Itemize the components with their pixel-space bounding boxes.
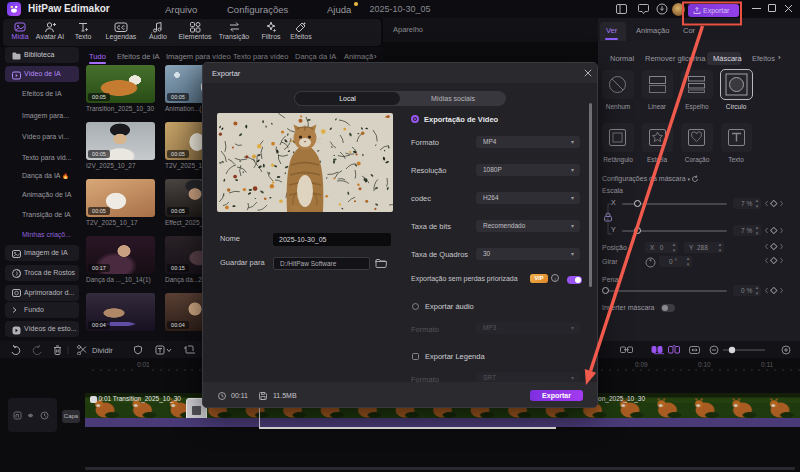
- svg-text:0:01: 0:01: [137, 361, 150, 368]
- svg-text:0:11: 0:11: [761, 361, 774, 368]
- svg-text:0:10: 0:10: [698, 361, 711, 368]
- svg-text:0:09: 0:09: [635, 361, 648, 368]
